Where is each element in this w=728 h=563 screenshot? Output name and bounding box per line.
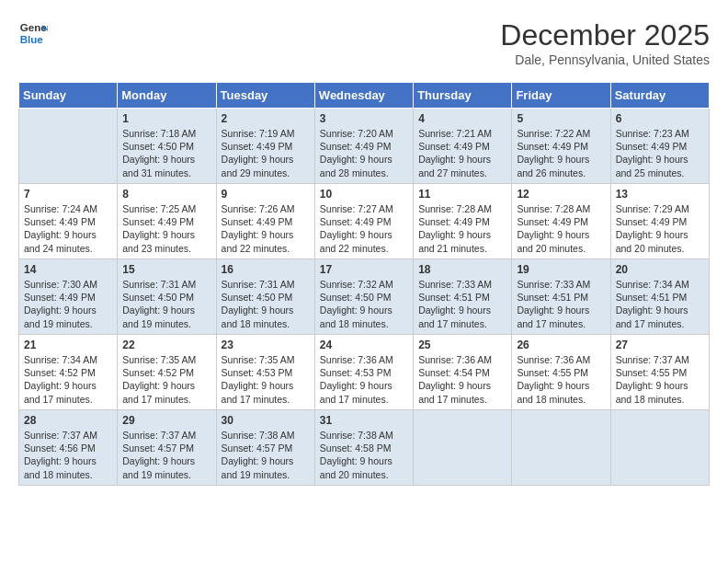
day-number: 16 — [222, 263, 310, 276]
cell-content: Sunrise: 7:25 AM Sunset: 4:49 PM Dayligh… — [122, 202, 210, 255]
cell-content: Sunrise: 7:36 AM Sunset: 4:54 PM Dayligh… — [418, 353, 506, 406]
calendar-cell: 13Sunrise: 7:29 AM Sunset: 4:49 PM Dayli… — [610, 184, 709, 259]
page-header: General Blue December 2025 Dale, Pennsyl… — [18, 18, 710, 67]
calendar-cell: 3Sunrise: 7:20 AM Sunset: 4:49 PM Daylig… — [314, 109, 413, 184]
calendar-cell: 17Sunrise: 7:32 AM Sunset: 4:50 PM Dayli… — [314, 259, 413, 335]
calendar-cell: 29Sunrise: 7:37 AM Sunset: 4:57 PM Dayli… — [118, 410, 216, 486]
cell-content: Sunrise: 7:38 AM Sunset: 4:58 PM Dayligh… — [320, 429, 408, 481]
calendar-cell: 24Sunrise: 7:36 AM Sunset: 4:53 PM Dayli… — [314, 335, 413, 410]
week-row: 7Sunrise: 7:24 AM Sunset: 4:49 PM Daylig… — [19, 184, 710, 259]
calendar-cell: 8Sunrise: 7:25 AM Sunset: 4:49 PM Daylig… — [118, 184, 216, 259]
calendar-cell: 4Sunrise: 7:21 AM Sunset: 4:49 PM Daylig… — [414, 109, 512, 184]
cell-content: Sunrise: 7:31 AM Sunset: 4:50 PM Dayligh… — [122, 278, 210, 330]
calendar-cell — [414, 410, 512, 486]
cell-content: Sunrise: 7:36 AM Sunset: 4:55 PM Dayligh… — [517, 353, 605, 406]
calendar-cell: 31Sunrise: 7:38 AM Sunset: 4:58 PM Dayli… — [314, 410, 413, 486]
calendar-cell: 27Sunrise: 7:37 AM Sunset: 4:55 PM Dayli… — [610, 335, 709, 410]
cell-content: Sunrise: 7:22 AM Sunset: 4:49 PM Dayligh… — [517, 127, 605, 179]
calendar-cell: 25Sunrise: 7:36 AM Sunset: 4:54 PM Dayli… — [414, 335, 512, 410]
day-number: 29 — [122, 414, 210, 427]
logo: General Blue — [18, 18, 48, 48]
calendar-cell: 21Sunrise: 7:34 AM Sunset: 4:52 PM Dayli… — [19, 335, 118, 410]
calendar-cell: 7Sunrise: 7:24 AM Sunset: 4:49 PM Daylig… — [19, 184, 118, 259]
cell-content: Sunrise: 7:35 AM Sunset: 4:53 PM Dayligh… — [222, 353, 310, 406]
day-header-saturday: Saturday — [610, 83, 709, 109]
day-number: 24 — [320, 339, 408, 351]
cell-content: Sunrise: 7:31 AM Sunset: 4:50 PM Dayligh… — [222, 278, 310, 330]
title-block: December 2025 Dale, Pennsylvania, United… — [500, 18, 710, 67]
day-number: 4 — [418, 112, 506, 125]
day-number: 9 — [222, 188, 310, 201]
cell-content: Sunrise: 7:35 AM Sunset: 4:52 PM Dayligh… — [122, 353, 210, 406]
day-header-thursday: Thursday — [414, 83, 512, 109]
cell-content: Sunrise: 7:28 AM Sunset: 4:49 PM Dayligh… — [517, 202, 605, 255]
calendar-cell: 16Sunrise: 7:31 AM Sunset: 4:50 PM Dayli… — [216, 259, 314, 335]
calendar-cell: 11Sunrise: 7:28 AM Sunset: 4:49 PM Dayli… — [414, 184, 512, 259]
month-title: December 2025 — [500, 18, 710, 52]
day-number: 11 — [418, 188, 506, 201]
cell-content: Sunrise: 7:30 AM Sunset: 4:49 PM Dayligh… — [24, 278, 112, 330]
cell-content: Sunrise: 7:33 AM Sunset: 4:51 PM Dayligh… — [517, 278, 605, 330]
calendar-cell: 19Sunrise: 7:33 AM Sunset: 4:51 PM Dayli… — [512, 259, 610, 335]
cell-content: Sunrise: 7:37 AM Sunset: 4:57 PM Dayligh… — [122, 429, 210, 481]
calendar-table: SundayMondayTuesdayWednesdayThursdayFrid… — [18, 82, 710, 486]
cell-content: Sunrise: 7:37 AM Sunset: 4:56 PM Dayligh… — [24, 429, 112, 481]
day-number: 18 — [418, 263, 506, 276]
day-number: 3 — [320, 112, 408, 125]
day-number: 31 — [320, 414, 408, 427]
calendar-cell: 22Sunrise: 7:35 AM Sunset: 4:52 PM Dayli… — [118, 335, 216, 410]
day-number: 5 — [517, 112, 605, 125]
day-number: 23 — [222, 339, 310, 351]
cell-content: Sunrise: 7:23 AM Sunset: 4:49 PM Dayligh… — [616, 127, 704, 179]
cell-content: Sunrise: 7:26 AM Sunset: 4:49 PM Dayligh… — [222, 202, 310, 255]
cell-content: Sunrise: 7:20 AM Sunset: 4:49 PM Dayligh… — [320, 127, 408, 179]
calendar-cell: 15Sunrise: 7:31 AM Sunset: 4:50 PM Dayli… — [118, 259, 216, 335]
week-row: 1Sunrise: 7:18 AM Sunset: 4:50 PM Daylig… — [19, 109, 710, 184]
calendar-cell: 9Sunrise: 7:26 AM Sunset: 4:49 PM Daylig… — [216, 184, 314, 259]
day-number: 20 — [616, 263, 704, 276]
cell-content: Sunrise: 7:34 AM Sunset: 4:51 PM Dayligh… — [616, 278, 704, 330]
cell-content: Sunrise: 7:37 AM Sunset: 4:55 PM Dayligh… — [616, 353, 704, 406]
day-number: 30 — [222, 414, 310, 427]
cell-content: Sunrise: 7:21 AM Sunset: 4:49 PM Dayligh… — [418, 127, 506, 179]
day-number: 10 — [320, 188, 408, 201]
cell-content: Sunrise: 7:34 AM Sunset: 4:52 PM Dayligh… — [24, 353, 112, 406]
day-header-wednesday: Wednesday — [314, 83, 413, 109]
calendar-cell: 26Sunrise: 7:36 AM Sunset: 4:55 PM Dayli… — [512, 335, 610, 410]
day-header-sunday: Sunday — [19, 83, 118, 109]
week-row: 21Sunrise: 7:34 AM Sunset: 4:52 PM Dayli… — [19, 335, 710, 410]
week-row: 14Sunrise: 7:30 AM Sunset: 4:49 PM Dayli… — [19, 259, 710, 335]
day-number: 25 — [418, 339, 506, 351]
calendar-cell: 12Sunrise: 7:28 AM Sunset: 4:49 PM Dayli… — [512, 184, 610, 259]
day-number: 12 — [517, 188, 605, 201]
calendar-cell: 5Sunrise: 7:22 AM Sunset: 4:49 PM Daylig… — [512, 109, 610, 184]
day-number: 14 — [24, 263, 112, 276]
calendar-cell: 10Sunrise: 7:27 AM Sunset: 4:49 PM Dayli… — [314, 184, 413, 259]
location-label: Dale, Pennsylvania, United States — [500, 52, 710, 67]
cell-content: Sunrise: 7:29 AM Sunset: 4:49 PM Dayligh… — [616, 202, 704, 255]
day-number: 26 — [517, 339, 605, 351]
day-number: 27 — [616, 339, 704, 351]
day-number: 28 — [24, 414, 112, 427]
day-number: 7 — [24, 188, 112, 201]
logo-icon: General Blue — [18, 18, 48, 48]
day-number: 8 — [122, 188, 210, 201]
cell-content: Sunrise: 7:33 AM Sunset: 4:51 PM Dayligh… — [418, 278, 506, 330]
day-number: 15 — [122, 263, 210, 276]
day-number: 1 — [122, 112, 210, 125]
calendar-cell: 2Sunrise: 7:19 AM Sunset: 4:49 PM Daylig… — [216, 109, 314, 184]
cell-content: Sunrise: 7:24 AM Sunset: 4:49 PM Dayligh… — [24, 202, 112, 255]
calendar-cell: 20Sunrise: 7:34 AM Sunset: 4:51 PM Dayli… — [610, 259, 709, 335]
calendar-header: SundayMondayTuesdayWednesdayThursdayFrid… — [19, 83, 710, 109]
day-number: 17 — [320, 263, 408, 276]
svg-text:Blue: Blue — [20, 34, 44, 45]
cell-content: Sunrise: 7:19 AM Sunset: 4:49 PM Dayligh… — [222, 127, 310, 179]
cell-content: Sunrise: 7:32 AM Sunset: 4:50 PM Dayligh… — [320, 278, 408, 330]
calendar-cell — [19, 109, 118, 184]
calendar-cell: 14Sunrise: 7:30 AM Sunset: 4:49 PM Dayli… — [19, 259, 118, 335]
day-number: 6 — [616, 112, 704, 125]
cell-content: Sunrise: 7:28 AM Sunset: 4:49 PM Dayligh… — [418, 202, 506, 255]
calendar-cell: 28Sunrise: 7:37 AM Sunset: 4:56 PM Dayli… — [19, 410, 118, 486]
cell-content: Sunrise: 7:27 AM Sunset: 4:49 PM Dayligh… — [320, 202, 408, 255]
day-header-tuesday: Tuesday — [216, 83, 314, 109]
